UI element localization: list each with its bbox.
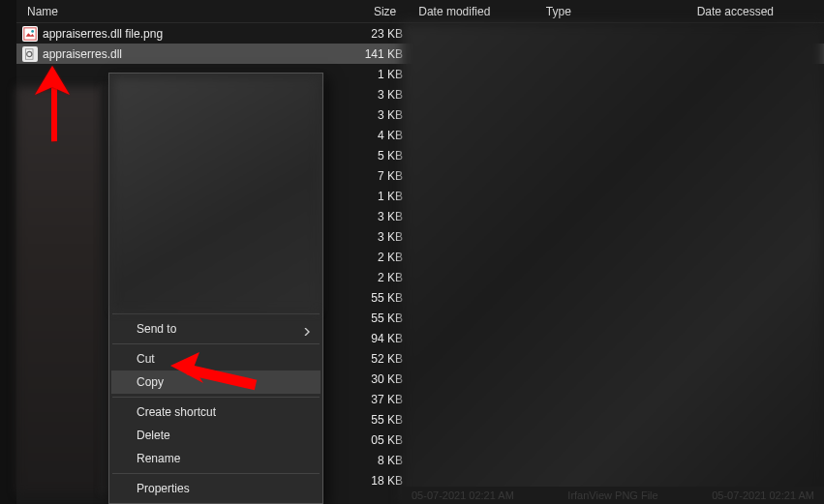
context-item-label: Create shortcut	[137, 405, 216, 419]
column-header-date-accessed[interactable]: Date accessed	[691, 1, 824, 22]
obscured-details-pane	[402, 23, 824, 504]
context-item-label: Delete	[137, 429, 170, 442]
context-menu-separator	[112, 343, 320, 344]
context-item-cut[interactable]: Cut	[111, 347, 320, 371]
status-type: IrfanView PNG File	[567, 489, 657, 501]
chevron-right-icon	[303, 325, 311, 333]
status-date-right: 05-07-2021 02:21 AM	[712, 489, 814, 501]
obscured-name-column	[16, 87, 106, 493]
context-item-delete[interactable]: Delete	[111, 424, 320, 447]
dll-file-icon	[22, 46, 38, 62]
status-bar: 05-07-2021 02:21 AM IrfanView PNG File 0…	[402, 487, 824, 504]
column-header-bar: Name Size Date modified Type Date access…	[0, 0, 824, 23]
column-header-date-modified[interactable]: Date modified	[412, 1, 540, 22]
context-item-send-to[interactable]: Send to	[111, 317, 320, 341]
context-menu-separator	[112, 473, 320, 474]
svg-rect-0	[24, 27, 36, 39]
obscured-name-column-edge	[101, 87, 108, 493]
context-item-label: Rename	[137, 452, 180, 465]
context-menu-separator	[112, 397, 320, 398]
status-date-left: 05-07-2021 02:21 AM	[412, 489, 514, 501]
context-item-rename[interactable]: Rename	[111, 447, 320, 470]
context-menu: Send to Cut Copy Create shortcut Delete …	[108, 73, 323, 504]
context-item-properties[interactable]: Properties	[111, 477, 320, 500]
context-item-label: Properties	[137, 482, 190, 495]
context-item-copy[interactable]: Copy	[111, 371, 320, 394]
column-header-type[interactable]: Type	[540, 1, 691, 22]
context-menu-separator	[112, 313, 320, 314]
file-name-label: appraiserres.dll	[43, 47, 122, 61]
column-header-name[interactable]: Name	[21, 1, 337, 22]
context-item-label: Send to	[137, 322, 176, 336]
context-item-label: Copy	[137, 375, 164, 389]
file-name-label: appraiserres.dll file.png	[43, 27, 163, 41]
context-item-label: Cut	[137, 352, 155, 366]
column-header-size[interactable]: Size	[337, 1, 412, 22]
svg-point-1	[31, 29, 34, 32]
png-file-icon	[22, 26, 38, 42]
context-item-create-shortcut[interactable]: Create shortcut	[111, 400, 320, 424]
obscured-context-items	[113, 78, 319, 311]
